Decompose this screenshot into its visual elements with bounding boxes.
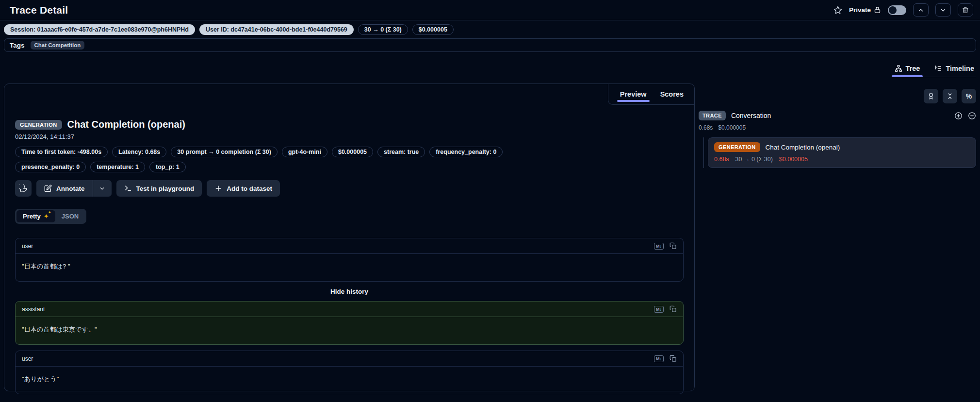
pretty-toggle[interactable]: Pretty ✦✦	[16, 210, 55, 222]
tags-box: Tags Chat Competition	[4, 38, 976, 52]
tab-tree[interactable]: Tree	[894, 63, 921, 77]
generation-type-badge: GENERATION	[15, 120, 62, 130]
percent-icon: %	[966, 92, 972, 100]
tag-chat-competition[interactable]: Chat Competition	[31, 41, 85, 50]
public-sharing-toggle[interactable]	[888, 5, 906, 15]
tab-scores[interactable]: Scores	[660, 85, 684, 103]
award-icon	[927, 92, 935, 100]
add-to-dataset-button[interactable]: Add to dataset	[207, 180, 280, 197]
plus-circle-icon	[954, 112, 963, 120]
next-trace-button[interactable]	[935, 3, 951, 17]
copy-button[interactable]	[670, 305, 677, 313]
message-header: assistant M↓	[16, 302, 683, 317]
generation-node-card[interactable]: GENERATION Chat Completion (openai) 0.68…	[708, 137, 976, 168]
cost-pill: $0.000005	[412, 24, 454, 35]
message-header: user M↓	[16, 238, 683, 254]
message-content: "ありがとう"	[16, 367, 683, 394]
message-tools: M↓	[654, 305, 677, 313]
toggle-scores-button[interactable]	[924, 89, 938, 103]
json-toggle[interactable]: JSON	[55, 210, 85, 222]
top-bar-actions: Private	[833, 3, 973, 17]
privacy-label-group: Private	[849, 6, 881, 14]
previous-trace-button[interactable]	[913, 3, 929, 17]
tags-label: Tags	[10, 42, 25, 49]
message-card-user-2: user M↓ "ありがとう"	[15, 351, 684, 394]
markdown-toggle-icon[interactable]: M↓	[654, 306, 664, 313]
annotate-dropdown-button[interactable]	[93, 180, 112, 197]
pen-square-icon	[44, 184, 52, 192]
lock-icon	[874, 6, 881, 14]
session-id-pill[interactable]: Session: 01aaacf6-e0fe-457d-a7de-7c1ee08…	[4, 24, 195, 35]
pill-presence-penalty: presence_penalty: 0	[15, 162, 86, 172]
node-tokens: 30 → 0 (Σ 30)	[735, 156, 773, 163]
user-id-pill[interactable]: User ID: dc47a41e-06bc-400d-bde1-f0e440d…	[199, 24, 354, 35]
minus-circle-icon	[968, 112, 976, 120]
timeline-icon	[934, 65, 942, 72]
chevron-up-icon	[917, 7, 924, 14]
test-in-playground-button[interactable]: Test in playground	[116, 180, 202, 197]
message-role: assistant	[22, 306, 45, 313]
trace-cost: $0.000005	[718, 124, 746, 131]
observation-panel-tabs: Preview Scores	[608, 84, 694, 105]
pill-model[interactable]: gpt-4o-mini	[282, 147, 327, 157]
tab-tree-label: Tree	[906, 65, 920, 72]
message-role: user	[22, 243, 33, 250]
sparkles-icon: ✦✦	[44, 213, 49, 219]
delete-trace-button[interactable]	[958, 3, 973, 17]
plus-icon	[214, 184, 222, 192]
node-latency: 0.68s	[714, 156, 729, 163]
message-tools: M↓	[654, 355, 677, 362]
trash-icon	[962, 6, 969, 14]
fold-vertical-icon	[946, 92, 954, 100]
collapse-all-button[interactable]	[968, 112, 976, 120]
terminal-icon	[124, 184, 132, 192]
generation-node-metrics: 0.68s 30 → 0 (Σ 30) $0.000005	[714, 156, 970, 163]
token-usage-pill: 30 → 0 (Σ 30)	[358, 24, 408, 35]
tab-preview[interactable]: Preview	[620, 85, 647, 103]
markdown-toggle-icon[interactable]: M↓	[654, 243, 664, 250]
tab-timeline-label: Timeline	[946, 65, 974, 72]
privacy-label: Private	[849, 6, 871, 14]
trace-node-row[interactable]: TRACE Conversation	[699, 111, 976, 120]
comment-bubble-icon	[19, 184, 28, 193]
toggle-metrics-button[interactable]: %	[962, 89, 976, 103]
message-content: "日本の首都は東京です。"	[16, 317, 683, 344]
expand-all-button[interactable]	[954, 112, 963, 120]
trace-title: Conversation	[731, 112, 771, 119]
page-title: Trace Detail	[10, 4, 68, 16]
observation-meta-pills: Time to first token: -498.00s Latency: 0…	[15, 147, 522, 172]
tab-timeline[interactable]: Timeline	[933, 63, 975, 77]
markdown-toggle-icon[interactable]: M↓	[654, 355, 664, 362]
pill-stream: stream: true	[377, 147, 425, 157]
view-tabs-row: Tree Timeline	[4, 63, 976, 77]
annotate-split-button: Annotate	[36, 180, 112, 197]
annotate-button[interactable]: Annotate	[36, 180, 93, 197]
content-area: Preview Scores GENERATION Chat Completio…	[0, 84, 980, 391]
observation-actions: Annotate Test in playground	[15, 180, 684, 197]
annotate-label: Annotate	[56, 185, 85, 192]
trace-badge: TRACE	[699, 111, 726, 120]
pill-cost: $0.000005	[332, 147, 373, 157]
io-format-toggle: Pretty ✦✦ JSON	[15, 209, 86, 224]
bookmark-star-button[interactable]	[833, 6, 842, 15]
message-content: "日本の首都は? "	[16, 254, 683, 281]
tree-icon	[895, 65, 902, 72]
pill-token-usage: 30 prompt → 0 completion (Σ 30)	[171, 147, 278, 157]
observation-timestamp: 02/12/2024, 14:11:37	[15, 133, 684, 140]
hide-history-link[interactable]: Hide history	[15, 288, 684, 295]
message-card-assistant: assistant M↓ "日本の首都は東京です。"	[15, 301, 684, 345]
copy-button[interactable]	[670, 242, 677, 250]
star-icon	[833, 6, 842, 15]
trace-tree-sidebar: % TRACE Conversation 0.68s $0.000005	[699, 84, 976, 391]
collapse-tree-button[interactable]	[943, 89, 957, 103]
observation-panel-body: GENERATION Chat Completion (openai) 02/1…	[4, 84, 694, 402]
observation-title: Chat Completion (openai)	[67, 119, 185, 130]
comments-button[interactable]	[15, 180, 32, 197]
generation-node-header: GENERATION Chat Completion (openai)	[714, 142, 970, 152]
trace-metrics: 0.68s $0.000005	[699, 124, 976, 131]
copy-button[interactable]	[670, 355, 677, 362]
message-role: user	[22, 355, 33, 362]
chevron-down-icon	[940, 7, 947, 14]
tree-guide-line	[703, 137, 704, 168]
message-card-user-1: user M↓ "日本の首都は? "	[15, 238, 684, 282]
